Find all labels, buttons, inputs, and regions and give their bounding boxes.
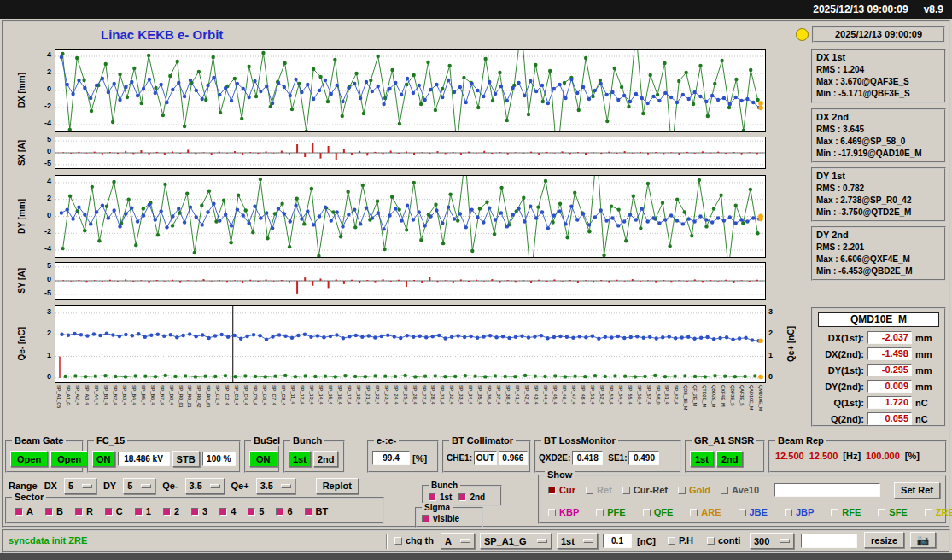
range-qm-select[interactable]: 3.5 <box>185 478 225 494</box>
camera-button[interactable]: 📷 <box>910 532 936 548</box>
bpm-name-label: QDE_1E_M <box>683 385 688 410</box>
bt-lossmonitor-group: BT LossMonitor QXD2E: 0.418 SE1: 0.490 <box>534 440 681 473</box>
threshold-input[interactable]: 0.1 <box>603 534 632 548</box>
camera-icon: 📷 <box>917 534 930 546</box>
beam-gate-open-button-1[interactable]: Open <box>10 451 48 467</box>
y-tick-label: 0 <box>31 211 51 220</box>
show-checkbox-cur-ref[interactable]: Cur-Ref <box>622 485 668 495</box>
sector-checkbox-1[interactable]: 1 <box>135 506 151 516</box>
range-dx-select[interactable]: 5 <box>64 478 96 494</box>
che1-value-display: 0.966 <box>499 451 528 465</box>
aux-input[interactable] <box>801 534 857 548</box>
checkbox-label: RFE <box>842 507 861 517</box>
chart-sy[interactable] <box>55 262 766 300</box>
ph-checkbox[interactable]: P.H <box>668 535 693 545</box>
show-checkbox-ave10[interactable]: Ave10 <box>721 485 759 495</box>
threshold-unit: [nC] <box>637 536 656 546</box>
sector-select[interactable]: A <box>441 533 475 549</box>
bpm-name-label: SP_57_4 <box>646 385 651 405</box>
bpm-name-label: SP_R0_61 <box>206 385 211 408</box>
sigma-group: Sigma visible <box>415 507 483 528</box>
checkbox-square <box>15 508 23 516</box>
interval-select[interactable]: 300 <box>750 533 794 549</box>
bpm-name-label: SP_46_4 <box>562 385 567 405</box>
chg-th-checkbox[interactable]: chg th <box>394 535 434 545</box>
show-checkbox-sfe[interactable]: SFE <box>878 507 907 517</box>
chart-q[interactable] <box>55 305 766 383</box>
sector-checkbox-6[interactable]: 6 <box>276 506 292 516</box>
ref-name-input[interactable] <box>774 483 880 497</box>
y-tick-label: 2 <box>31 329 51 338</box>
resize-button[interactable]: resize <box>864 532 904 548</box>
sigma-visible-checkbox[interactable]: visible <box>422 514 459 523</box>
bunch-1st-button[interactable]: 1st <box>289 451 311 467</box>
gr-2nd-button[interactable]: 2nd <box>716 451 744 467</box>
monitor-name[interactable]: QMD10E_M <box>818 312 939 327</box>
set-ref-button[interactable]: Set Ref <box>894 482 940 499</box>
sector-checkbox-5[interactable]: 5 <box>248 506 264 516</box>
sector-checkbox-a[interactable]: A <box>15 506 33 516</box>
monitor-row: DX(1st):-2.037mm <box>813 330 944 346</box>
bpm-name-label: SP_B6_4 <box>150 385 155 405</box>
show-checkbox-zre[interactable]: ZRE <box>925 507 952 517</box>
sector-checkbox-r[interactable]: R <box>75 506 93 516</box>
sector-checkbox-2[interactable]: 2 <box>163 506 179 516</box>
sector-checkbox-4[interactable]: 4 <box>219 506 236 516</box>
bunch-sel-value: 1st <box>561 536 575 546</box>
bpm-name-label: SP_37_4 <box>496 385 501 405</box>
chart-sx[interactable] <box>55 137 766 169</box>
monitor-row: DX(2nd):-1.498mm <box>813 346 944 362</box>
bpm-name-label: SP_18_4 <box>356 385 361 405</box>
sector-checkbox-c[interactable]: C <box>105 506 123 516</box>
range-dy-select[interactable]: 5 <box>123 478 155 494</box>
checkbox-label: ZRE <box>936 507 952 517</box>
titlebar: 2025/12/13 09:00:09 v8.9 <box>0 0 952 19</box>
checkbox-label: SFE <box>889 507 907 517</box>
axis-label-right-q: Qe+ [nC] <box>782 305 799 383</box>
se1-value-display: 0.490 <box>628 451 659 465</box>
stat-title: DY 2nd <box>816 229 941 242</box>
chart-dx[interactable] <box>55 49 766 132</box>
busel-on-button[interactable]: ON <box>249 451 277 467</box>
stat-title: DX 1st <box>816 51 941 64</box>
conti-checkbox[interactable]: conti <box>707 535 740 545</box>
show-checkbox-ref[interactable]: Ref <box>586 485 612 495</box>
monitor-select[interactable]: SP_A1_G <box>480 533 552 549</box>
y-tick-label: 0 <box>31 85 51 94</box>
status-led-icon <box>796 28 809 41</box>
show-checkbox-qfe[interactable]: QFE <box>643 507 674 517</box>
show-checkbox-cur[interactable]: Cur <box>548 485 575 495</box>
fc15-stb-button[interactable]: STB <box>172 451 200 467</box>
replot-button[interactable]: Replot <box>316 478 359 494</box>
fc15-on-button[interactable]: ON <box>92 451 115 467</box>
show-checkbox-kbp[interactable]: KBP <box>548 507 579 517</box>
range-qp-select[interactable]: 3.5 <box>256 478 295 494</box>
checkbox-square <box>622 487 630 494</box>
sector-checkbox-bt[interactable]: BT <box>305 506 329 516</box>
show-checkbox-rfe[interactable]: RFE <box>831 507 861 517</box>
show-checkbox-are[interactable]: ARE <box>690 507 721 517</box>
checkbox-label: 1 <box>146 506 151 516</box>
bunch-2nd-button[interactable]: 2nd <box>313 451 339 467</box>
bunch-checkbox-2nd[interactable]: 2nd <box>458 493 485 502</box>
show-checkbox-pfe[interactable]: PFE <box>596 507 625 517</box>
sector-checkbox-b[interactable]: B <box>45 506 63 516</box>
sigma-title: Sigma <box>422 503 453 512</box>
show-checkbox-jbp[interactable]: JBP <box>785 507 814 517</box>
chg-th-label: chg th <box>406 535 434 545</box>
beam-gate-open-button-2[interactable]: Open <box>50 451 88 467</box>
monitor-row-unit: mm <box>915 382 932 392</box>
sector-checkbox-3[interactable]: 3 <box>191 506 207 516</box>
checkbox-square <box>878 509 885 516</box>
monitor-row-unit: nC <box>915 414 928 424</box>
show-checkbox-jbe[interactable]: JBE <box>739 507 768 517</box>
beam-rep-hz-unit: [Hz] <box>843 451 861 461</box>
show-checkbox-gold[interactable]: Gold <box>678 485 710 495</box>
bunch-checkbox-1st[interactable]: 1st <box>429 493 452 502</box>
bunch-sel-select[interactable]: 1st <box>557 533 598 549</box>
bunch-group: Bunch 1st 2nd <box>283 440 345 473</box>
bpm-name-label: SP_44_4 <box>543 385 548 405</box>
chart-dy[interactable] <box>55 175 766 258</box>
bpm-name-label: SP_48_4 <box>581 385 586 405</box>
gr-1st-button[interactable]: 1st <box>690 451 714 467</box>
